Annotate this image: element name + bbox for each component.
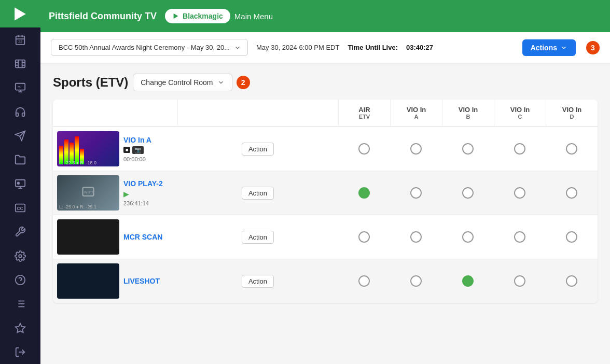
actions-button[interactable]: Actions — [522, 39, 576, 56]
vio-d-cell[interactable] — [546, 139, 598, 159]
air-etv-cell[interactable] — [338, 183, 390, 203]
vio-a-cell[interactable] — [390, 139, 442, 159]
th-vio-d: VIO In D — [546, 100, 598, 126]
radio-vio-a[interactable] — [410, 231, 422, 243]
svg-point-25 — [19, 255, 22, 258]
actions-badge: 3 — [586, 41, 600, 54]
sidebar-item-screen[interactable] — [0, 172, 40, 195]
svg-marker-0 — [15, 7, 26, 20]
radio-vio-a[interactable] — [410, 187, 422, 199]
air-etv-cell[interactable] — [338, 271, 390, 291]
topbar: Pittsfield Community TV Blackmagic Main … — [40, 0, 610, 32]
radio-vio-d[interactable] — [566, 275, 577, 287]
vio-d-cell[interactable] — [546, 227, 598, 247]
action-button[interactable]: Action — [242, 231, 274, 244]
sidebar-item-list[interactable] — [0, 292, 40, 316]
radio-vio-c[interactable] — [514, 275, 525, 287]
vio-a-cell[interactable] — [390, 271, 442, 291]
vio-c-cell[interactable] — [494, 271, 546, 291]
sidebar-item-headset[interactable] — [0, 100, 40, 123]
radio-vio-c[interactable] — [514, 187, 525, 199]
th-air-etv: AIR ETV — [338, 100, 390, 126]
radio-vio-a[interactable] — [410, 275, 422, 287]
vio-d-cell[interactable] — [546, 183, 598, 203]
timer-label: Time Until Live: — [348, 44, 398, 51]
vio-c-cell[interactable] — [494, 139, 546, 159]
sidebar-item-calendar[interactable]: 22 — [0, 27, 40, 51]
source-name: VIO PLAY-2 — [123, 179, 163, 188]
table-row: WBTV L: -25.0 ♦ R: -25.1 VIO PLAY-2 ▶ 23… — [53, 171, 598, 215]
page-header: Sports (ETV) Change Control Room 2 — [53, 74, 598, 91]
vio-a-cell[interactable] — [390, 183, 442, 203]
room-badge: 2 — [237, 76, 250, 89]
vio-b-cell[interactable] — [442, 139, 494, 159]
source-name: VIO In A — [123, 136, 151, 144]
svg-rect-6 — [16, 60, 25, 68]
room-dropdown[interactable]: Change Control Room — [133, 74, 232, 91]
radio-vio-d[interactable] — [566, 143, 577, 155]
source-info: LIVESHOT — [119, 263, 164, 299]
radio-air-etv[interactable] — [358, 143, 370, 155]
nav-mainmenu[interactable]: Main Menu — [234, 12, 273, 21]
radio-air-etv[interactable] — [358, 275, 370, 287]
vio-c-cell[interactable] — [494, 183, 546, 203]
table-row: MCR SCAN Action — [53, 215, 598, 259]
sidebar-item-send[interactable] — [0, 124, 40, 148]
th-vio-a: VIO In A — [390, 100, 442, 126]
vio-b-cell[interactable] — [442, 227, 494, 247]
vio-d-cell[interactable] — [546, 271, 598, 291]
action-button[interactable]: Action — [242, 143, 274, 156]
action-button[interactable]: Action — [242, 275, 274, 288]
app-logo[interactable] — [0, 0, 40, 27]
radio-vio-b[interactable] — [462, 143, 474, 155]
radio-vio-b[interactable] — [462, 275, 474, 287]
chevron-down-icon — [560, 44, 567, 51]
action-button[interactable]: Action — [242, 187, 274, 200]
th-action — [177, 100, 338, 126]
vio-c-cell[interactable] — [494, 227, 546, 247]
air-etv-cell[interactable] — [338, 139, 390, 159]
source-thumbnail: L: -22.5 ♦ R: -18.0 — [57, 131, 119, 166]
vio-a-cell[interactable] — [390, 227, 442, 247]
event-dropdown[interactable]: BCC 50th Annual Awards Night Ceremony - … — [51, 39, 248, 56]
sidebar-item-wrench[interactable] — [0, 220, 40, 244]
vio-b-cell[interactable] — [442, 183, 494, 203]
radio-vio-d[interactable] — [566, 187, 577, 199]
radio-vio-b[interactable] — [462, 231, 474, 243]
sidebar-item-help[interactable] — [0, 268, 40, 292]
sidebar-item-monitor[interactable]: 75 — [0, 76, 40, 100]
sidebar-item-folder[interactable] — [0, 148, 40, 172]
radio-vio-c[interactable] — [514, 143, 525, 155]
camera-icon: 📷 — [132, 146, 144, 154]
sidebar-item-star[interactable] — [0, 316, 40, 340]
air-etv-cell[interactable] — [338, 227, 390, 247]
source-time: 236:41:14 — [123, 200, 163, 206]
svg-text:CC: CC — [17, 206, 23, 211]
vio-b-cell[interactable] — [442, 271, 494, 291]
table-header: AIR ETV VIO In A VIO In B — [53, 100, 598, 127]
thumb-stats: L: -22.5 ♦ R: -18.0 — [59, 160, 96, 165]
svg-text:WBTV: WBTV — [84, 190, 95, 194]
radio-air-etv[interactable] — [358, 187, 370, 199]
action-cell: Action — [177, 138, 338, 160]
table-row: L: -22.5 ♦ R: -18.0 VIO In A ■ 📷 00:00:0… — [53, 127, 598, 171]
source-thumbnail — [57, 263, 119, 299]
radio-vio-d[interactable] — [566, 231, 577, 243]
radio-vio-a[interactable] — [410, 143, 422, 155]
content-area: Sports (ETV) Change Control Room 2 AIR E… — [40, 63, 610, 364]
source-thumbnail-cell: WBTV L: -25.0 ♦ R: -25.1 VIO PLAY-2 ▶ 23… — [53, 171, 177, 215]
radio-air-etv[interactable] — [358, 231, 370, 243]
event-datetime: May 30, 2024 6:00 PM EDT — [256, 44, 339, 51]
play-icon: ▶ — [123, 190, 129, 198]
svg-text:22: 22 — [18, 40, 22, 44]
radio-vio-b[interactable] — [462, 187, 474, 199]
sidebar-item-film[interactable] — [0, 52, 40, 76]
sidebar-item-settings[interactable] — [0, 244, 40, 268]
radio-vio-c[interactable] — [514, 231, 525, 243]
sidebar-item-logout[interactable] — [0, 340, 40, 364]
sources-table: AIR ETV VIO In A VIO In B — [53, 100, 598, 303]
sidebar-item-cc[interactable]: CC — [0, 196, 40, 220]
source-thumbnail-cell: MCR SCAN — [53, 215, 177, 259]
chevron-down-icon — [234, 44, 241, 51]
nav-blackmagic[interactable]: Blackmagic — [165, 9, 230, 23]
